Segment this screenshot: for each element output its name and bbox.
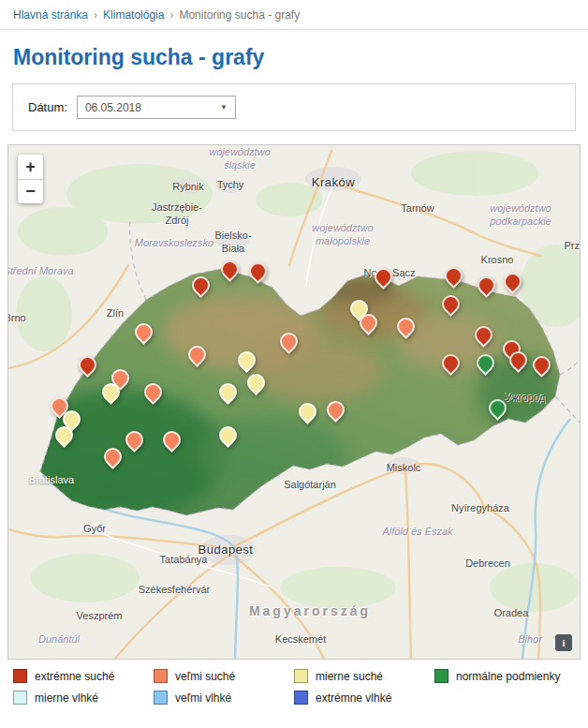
- legend-label: mierne suché: [316, 670, 383, 683]
- map-marker-pin-icon: [323, 397, 348, 423]
- legend-label: normálne podmienky: [456, 670, 560, 683]
- map-marker-pin-icon: [438, 350, 463, 376]
- legend-item: veľmi vlhké: [154, 691, 294, 705]
- map-marker-pin-icon: [100, 444, 125, 469]
- map-legend: extrémne suchéveľmi suchémierne suchénor…: [7, 667, 581, 706]
- legend-item: mierne suché: [294, 669, 434, 683]
- legend-item: extrémne vlhké: [294, 691, 434, 705]
- legend-swatch: [294, 691, 308, 705]
- breadcrumb-link-klimatologia[interactable]: Klimatológia: [103, 8, 164, 22]
- map-marker-pin-icon: [471, 322, 496, 348]
- zoom-in-button[interactable]: +: [18, 155, 43, 179]
- legend-swatch: [294, 669, 308, 683]
- map-marker-pin-icon: [276, 329, 301, 354]
- map-marker-pin-icon: [295, 399, 320, 424]
- map-marker-pin-icon: [245, 259, 271, 284]
- map-marker-pin-icon: [75, 352, 100, 378]
- legend-swatch: [13, 691, 27, 705]
- map-marker-pin-icon: [122, 427, 147, 453]
- legend-label: extrémne vlhké: [316, 691, 391, 705]
- legend-label: veľmi suché: [175, 670, 235, 683]
- map-marker-pin-icon: [188, 273, 213, 298]
- map-marker-pin-icon: [500, 269, 525, 294]
- date-select[interactable]: 06.05.2018 ▼: [77, 96, 236, 119]
- chevron-down-icon: ▼: [220, 103, 228, 111]
- map-marker-pin-icon: [159, 427, 184, 453]
- map-marker-pin-icon: [441, 263, 466, 289]
- legend-item: veľmi suché: [154, 669, 294, 683]
- legend-label: veľmi vlhké: [175, 691, 231, 705]
- map-marker-pin-icon: [485, 395, 510, 421]
- map-markers-layer: [8, 145, 580, 659]
- date-label: Dátum:: [28, 100, 67, 114]
- map-marker-pin-icon: [234, 348, 259, 373]
- page-title: Monitoring sucha - grafy: [13, 45, 575, 70]
- map-marker-pin-icon: [438, 291, 463, 317]
- map-marker-pin-icon: [371, 264, 396, 290]
- map-marker-pin-icon: [131, 319, 156, 345]
- map-marker-pin-icon: [243, 370, 269, 395]
- zoom-out-button[interactable]: −: [18, 179, 43, 203]
- breadcrumb-current: Monitoring sucha - grafy: [179, 8, 300, 22]
- legend-item: mierne vlhké: [13, 691, 154, 705]
- map-marker-pin-icon: [474, 273, 499, 298]
- legend-item: normálne podmienky: [434, 669, 575, 683]
- map-attribution-info-button[interactable]: i: [555, 634, 572, 651]
- breadcrumb: Hlavná stránka›Klimatológia›Monitoring s…: [0, 0, 588, 30]
- legend-label: extrémne suché: [35, 670, 114, 683]
- legend-swatch: [13, 669, 27, 683]
- legend-item: extrémne suché: [13, 669, 154, 683]
- map-marker-pin-icon: [215, 423, 241, 448]
- map-marker-pin-icon: [140, 379, 166, 405]
- legend-swatch: [434, 669, 448, 683]
- date-filter-box: Dátum: 06.05.2018 ▼: [12, 83, 576, 131]
- breadcrumb-link-home[interactable]: Hlavná stránka: [13, 8, 88, 22]
- map-marker-pin-icon: [393, 314, 419, 339]
- legend-swatch: [154, 691, 168, 705]
- breadcrumb-separator: ›: [169, 8, 173, 22]
- breadcrumb-separator: ›: [94, 8, 97, 22]
- date-select-value: 06.05.2018: [85, 101, 141, 114]
- map-marker-pin-icon: [473, 350, 498, 376]
- legend-label: mierne vlhké: [35, 691, 98, 705]
- map-marker-pin-icon: [529, 352, 554, 378]
- legend-swatch: [154, 669, 168, 683]
- drought-map[interactable]: województwo śląskieRybnikTychyKrakówJast…: [7, 144, 581, 660]
- map-marker-pin-icon: [184, 342, 210, 367]
- map-marker-pin-icon: [217, 257, 243, 282]
- map-zoom-control: + −: [18, 155, 43, 203]
- map-marker-pin-icon: [215, 379, 241, 405]
